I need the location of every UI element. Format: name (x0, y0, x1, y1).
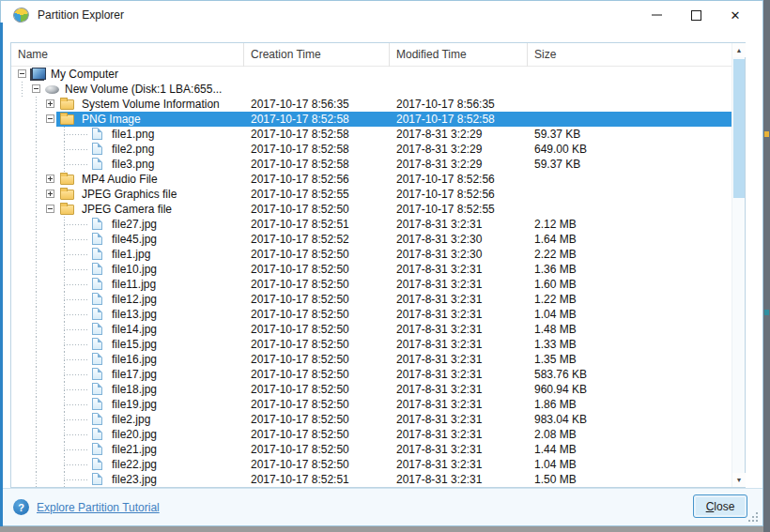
cell-size (528, 112, 732, 127)
tree-row[interactable]: file10.jpg2017-10-17 8:52:502017-8-31 3:… (11, 262, 732, 277)
cell-name: System Volume Information (11, 97, 244, 112)
explore-partition-tutorial-link[interactable]: Explore Partition Tutorial (37, 501, 160, 514)
tree-row[interactable]: file45.jpg2017-10-17 8:52:522017-8-31 3:… (11, 232, 732, 247)
cell-name: file11.jpg (11, 277, 244, 292)
scrollbar-thumb[interactable] (733, 59, 745, 198)
cell-created: 2017-10-17 8:52:50 (244, 262, 390, 277)
item-name: file18.jpg (112, 382, 157, 397)
cell-name: file13.jpg (11, 307, 244, 322)
collapse-minus-icon[interactable] (18, 69, 26, 78)
cell-name: file45.jpg (11, 232, 244, 247)
column-header-size[interactable]: Size (528, 43, 732, 67)
tree-row[interactable]: file15.jpg2017-10-17 8:52:502017-8-31 3:… (11, 337, 732, 352)
cell-modified: 2017-8-31 3:2:31 (390, 337, 528, 352)
item-name: file1.jpg (112, 247, 150, 262)
cell-name: file22.jpg (11, 457, 244, 472)
cell-size (528, 202, 732, 217)
cell-created: 2017-10-17 8:52:52 (244, 232, 390, 247)
cell-created: 2017-10-17 8:52:50 (244, 367, 390, 382)
cell-size: 1.33 MB (528, 337, 732, 352)
cell-created: 2017-10-17 8:52:50 (244, 397, 390, 412)
screen: Partition Explorer ✕ Name Creation Time … (0, 0, 770, 532)
tree-row[interactable]: file13.jpg2017-10-17 8:52:502017-8-31 3:… (11, 307, 732, 322)
tree-row[interactable]: file16.jpg2017-10-17 8:52:502017-8-31 3:… (11, 352, 732, 367)
tree-row[interactable]: PNG Image2017-10-17 8:52:582017-10-17 8:… (11, 112, 732, 127)
column-header-modified-time[interactable]: Modified Time (390, 43, 528, 67)
item-name: file11.jpg (112, 277, 156, 292)
minimize-button[interactable] (637, 1, 676, 29)
tree-row[interactable]: file22.jpg2017-10-17 8:52:502017-8-31 3:… (11, 457, 732, 472)
cell-size: 1.50 MB (528, 472, 732, 487)
close-button[interactable]: Close (693, 494, 747, 518)
cell-modified: 2017-8-31 3:2:31 (390, 382, 528, 397)
tree-row[interactable]: file12.jpg2017-10-17 8:52:502017-8-31 3:… (11, 292, 732, 307)
expand-plus-icon[interactable] (46, 175, 54, 183)
help-icon: ? (13, 499, 29, 515)
tree-row[interactable]: JPEG Camera file2017-10-17 8:52:502017-1… (11, 202, 732, 217)
tree-row[interactable]: file2.jpg2017-10-17 8:52:502017-8-31 3:2… (11, 412, 732, 427)
cell-size (528, 82, 732, 97)
collapse-minus-icon[interactable] (46, 114, 54, 123)
cell-modified: 2017-8-31 3:2:31 (390, 352, 528, 367)
cell-size: 2.08 MB (528, 427, 732, 442)
footer-bar: ? Explore Partition Tutorial Close (1, 488, 762, 525)
tree-row[interactable]: file11.jpg2017-10-17 8:52:502017-8-31 3:… (11, 277, 732, 292)
cell-modified: 2017-8-31 3:2:31 (390, 277, 528, 292)
column-header-name[interactable]: Name (11, 43, 244, 67)
file-icon (92, 218, 102, 230)
expand-plus-icon[interactable] (46, 190, 54, 198)
maximize-button[interactable] (676, 1, 716, 29)
scroll-down-icon: ▼ (736, 477, 743, 483)
resize-grip[interactable] (756, 520, 758, 522)
expand-plus-icon[interactable] (46, 99, 54, 108)
close-window-button[interactable]: ✕ (716, 1, 755, 29)
tree-row[interactable]: file14.jpg2017-10-17 8:52:502017-8-31 3:… (11, 322, 732, 337)
tree-row[interactable]: file23.jpg2017-10-17 8:52:512017-8-31 3:… (11, 472, 732, 487)
cell-name: file1.jpg (11, 247, 244, 262)
cell-created: 2017-10-17 8:52:50 (244, 247, 390, 262)
cell-name: JPEG Graphics file (11, 187, 244, 202)
file-icon (92, 308, 102, 320)
tree-row[interactable]: New Volume (Disk:1 LBA:655... (11, 82, 732, 97)
cell-modified: 2017-8-31 3:2:30 (390, 247, 528, 262)
collapse-minus-icon[interactable] (32, 84, 40, 93)
title-bar[interactable]: Partition Explorer ✕ (1, 1, 762, 29)
cell-created: 2017-10-17 8:52:55 (244, 187, 390, 202)
tree-row[interactable]: System Volume Information2017-10-17 8:56… (11, 97, 732, 112)
tree-row[interactable]: file19.jpg2017-10-17 8:52:502017-8-31 3:… (11, 397, 732, 412)
folder-icon (60, 190, 74, 200)
tree-row[interactable]: file21.jpg2017-10-17 8:52:502017-8-31 3:… (11, 442, 732, 457)
cell-modified: 2017-8-31 3:2:30 (390, 232, 528, 247)
tree-row[interactable]: JPEG Graphics file2017-10-17 8:52:552017… (11, 187, 732, 202)
tree-row[interactable]: file20.jpg2017-10-17 8:52:502017-8-31 3:… (11, 427, 732, 442)
tree-row[interactable]: file27.jpg2017-10-17 8:52:512017-8-31 3:… (11, 217, 732, 232)
tree-row[interactable]: My Computer (11, 67, 732, 82)
cell-name: PNG Image (11, 112, 244, 127)
tree-row[interactable]: file17.jpg2017-10-17 8:52:502017-8-31 3:… (11, 367, 732, 382)
tree-row[interactable]: file1.png2017-10-17 8:52:582017-8-31 3:2… (11, 127, 732, 142)
cell-size: 1.60 MB (528, 277, 732, 292)
tree-row[interactable]: file3.png2017-10-17 8:52:582017-8-31 3:2… (11, 157, 732, 172)
tree-row[interactable]: MP4 Audio File2017-10-17 8:52:562017-10-… (11, 172, 732, 187)
cell-modified: 2017-8-31 3:2:31 (390, 412, 528, 427)
item-name: New Volume (Disk:1 LBA:655... (65, 82, 222, 97)
vertical-scrollbar[interactable]: ▲ ▼ (732, 43, 745, 487)
collapse-minus-icon[interactable] (46, 205, 54, 213)
cell-modified: 2017-8-31 3:2:29 (390, 127, 528, 142)
item-name: JPEG Camera file (82, 202, 172, 217)
tree-row[interactable]: file2.png2017-10-17 8:52:582017-8-31 3:2… (11, 142, 732, 157)
minimize-icon (652, 14, 662, 16)
cell-name: file17.jpg (11, 367, 244, 382)
cell-size: 2.12 MB (528, 217, 732, 232)
cell-created: 2017-10-17 8:52:50 (244, 457, 390, 472)
column-header-creation-time[interactable]: Creation Time (244, 43, 390, 67)
folder-icon (60, 205, 74, 215)
scroll-up-button[interactable]: ▲ (732, 43, 746, 57)
tree-row[interactable]: file1.jpg2017-10-17 8:52:502017-8-31 3:2… (11, 247, 732, 262)
tree-row[interactable]: file18.jpg2017-10-17 8:52:502017-8-31 3:… (11, 382, 732, 397)
cell-created: 2017-10-17 8:52:50 (244, 322, 390, 337)
scroll-down-button[interactable]: ▼ (732, 473, 746, 487)
cell-size: 59.37 KB (528, 157, 732, 172)
cell-modified: 2017-8-31 3:2:29 (390, 142, 528, 157)
cell-created: 2017-10-17 8:56:35 (244, 97, 390, 112)
